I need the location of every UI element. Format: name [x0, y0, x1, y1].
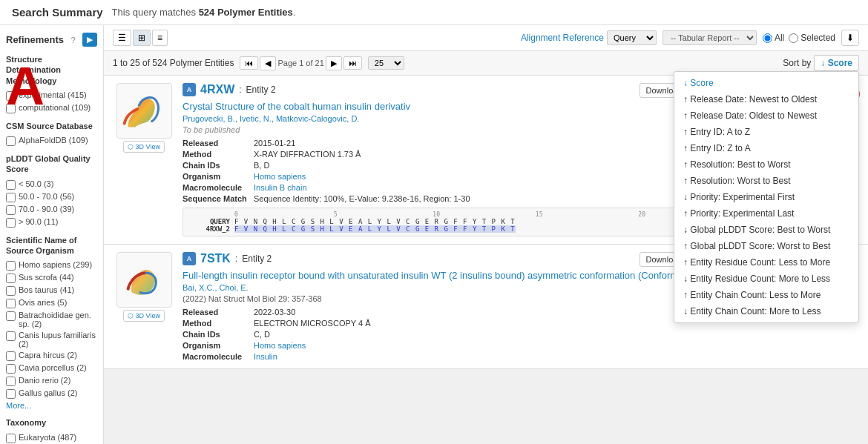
- filter-alphafolddb[interactable]: AlphaFoldDB (109): [6, 136, 97, 146]
- filter-danio-rerio-label: Danio rerio (2): [19, 376, 70, 385]
- sort-option-chain-more[interactable]: ↓ Entity Chain Count: More to Less: [674, 303, 858, 319]
- meta-macro-value-7STK[interactable]: Insulin: [254, 352, 277, 361]
- meta-seqmatch-value-4RXW: Sequence Identity: 100%, E-Value: 9.238e…: [254, 194, 470, 203]
- result-entity-sep-7STK: :: [235, 254, 237, 264]
- meta-macro-label-7STK: Macromolecule: [183, 352, 249, 361]
- view-grid-button[interactable]: ⊞: [133, 30, 151, 46]
- result-id-4RXW[interactable]: 4RXW: [200, 83, 234, 96]
- checkbox-lt50[interactable]: [6, 180, 16, 190]
- section-title-taxonomy: Taxonomy: [6, 417, 97, 428]
- radio-selected-label[interactable]: Selected: [789, 33, 835, 43]
- filter-homo-sapiens[interactable]: Homo sapiens (299): [6, 260, 97, 271]
- sort-option-residue-more[interactable]: ↓ Entity Residue Count: More to Less: [674, 271, 858, 287]
- filter-batrachoididae[interactable]: Batrachoididae gen. sp. (2): [6, 311, 97, 328]
- meta-organism-label: Organism: [183, 172, 249, 181]
- checkbox-50-70[interactable]: [6, 193, 16, 202]
- meta-organism-value-4RXW[interactable]: Homo sapiens: [254, 172, 306, 181]
- more-organisms-link[interactable]: More...: [6, 401, 97, 410]
- filter-plDDT-50-70[interactable]: 50.0 - 70.0 (56): [6, 192, 97, 202]
- checkbox-bos-taurus[interactable]: [6, 286, 16, 296]
- radio-all-input[interactable]: [763, 33, 772, 43]
- checkbox-cavia-porcellus[interactable]: [6, 364, 16, 374]
- checkbox-eukaryota[interactable]: [6, 434, 16, 443]
- view-3d-button-4RXW[interactable]: ⬡ 3D View: [123, 141, 165, 153]
- pag-last-button[interactable]: ⏭: [343, 56, 362, 70]
- radio-selected-input[interactable]: [789, 33, 798, 43]
- alignment-ref-select[interactable]: Query Subject: [607, 30, 657, 45]
- meta-method-value-7STK: ELECTRON MICROSCOPY 4 Å: [254, 319, 371, 328]
- sort-option-score[interactable]: ↓ Score: [674, 75, 858, 91]
- checkbox-ovis-aries[interactable]: [6, 299, 16, 308]
- view-list-button[interactable]: ☰: [113, 30, 131, 46]
- checkbox-capra-hircus[interactable]: [6, 351, 16, 361]
- checkbox-alphafolddb[interactable]: [6, 136, 16, 146]
- sort-option-chain-less[interactable]: ↑ Entity Chain Count: Less to More: [674, 287, 858, 303]
- refinements-help-icon[interactable]: ?: [70, 36, 75, 44]
- filter-cavia-porcellus[interactable]: Cavia porcellus (2): [6, 363, 97, 374]
- per-page-select[interactable]: 25 50 100: [368, 56, 404, 70]
- pagination-count: 1 to 25 of 524 Polymer Entities: [113, 58, 234, 68]
- sort-option-plDDT-best[interactable]: ↓ Global pLDDT Score: Best to Worst: [674, 222, 858, 238]
- filter-eukaryota[interactable]: Eukaryota (487): [6, 433, 97, 443]
- filter-plDDT-gt90[interactable]: > 90.0 (11): [6, 217, 97, 228]
- download-button[interactable]: ⬇: [841, 30, 859, 46]
- sort-option-entryid-az[interactable]: ↑ Entry ID: A to Z: [674, 124, 858, 140]
- checkbox-sus-scrofa[interactable]: [6, 274, 16, 283]
- filter-capra-hircus[interactable]: Capra hircus (2): [6, 351, 97, 361]
- sort-option-release-oldest[interactable]: ↑ Release Date: Oldest to Newest: [674, 107, 858, 124]
- filter-bos-taurus[interactable]: Bos taurus (41): [6, 285, 97, 296]
- checkbox-danio-rerio[interactable]: [6, 377, 16, 386]
- filter-ovis-aries[interactable]: Ovis aries (5): [6, 298, 97, 308]
- sort-option-plDDT-worst[interactable]: ↑ Global pLDDT Score: Worst to Best: [674, 238, 858, 254]
- section-title-csm: CSM Source Database: [6, 121, 97, 131]
- sort-option-priority-exp-last[interactable]: ↑ Priority: Experimental Last: [674, 205, 858, 222]
- sort-by-group: Sort by ↓ Score ↓ Score ↑ Release Date: …: [783, 55, 859, 71]
- entity-icon-4RXW: A: [183, 83, 196, 96]
- meta-macromolecule-4RXW: Macromolecule Insulin B chain: [183, 183, 470, 192]
- filter-plDDT-lt50[interactable]: < 50.0 (3): [6, 179, 97, 190]
- sort-option-priority-exp-first[interactable]: ↓ Priority: Experimental First: [674, 189, 858, 205]
- meta-macro-value-4RXW[interactable]: Insulin B chain: [254, 183, 307, 192]
- sort-button[interactable]: ↓ Score: [814, 55, 859, 71]
- pag-first-button[interactable]: ⏮: [240, 56, 258, 70]
- filter-canis-lupus-label: Canis lupus familiaris (2): [19, 331, 97, 348]
- sort-option-release-newest[interactable]: ↑ Release Date: Newest to Oldest: [674, 91, 858, 107]
- view-table-button[interactable]: ≡: [152, 30, 168, 46]
- checkbox-gallus-gallus[interactable]: [6, 389, 16, 399]
- meta-released-value-4RXW: 2015-01-21: [254, 139, 295, 148]
- filter-plDDT-70-90[interactable]: 70.0 - 90.0 (39): [6, 205, 97, 215]
- protein-structure-7STK: [116, 252, 172, 308]
- meta-chain-label-7STK: Chain IDs: [183, 330, 249, 339]
- tabular-report-select[interactable]: -- Tabular Report --: [662, 30, 757, 45]
- filter-alphafolddb-label: AlphaFoldDB (109): [19, 136, 88, 145]
- checkbox-canis-lupus[interactable]: [6, 331, 16, 341]
- protein-svg-4RXW: [117, 83, 171, 139]
- filter-eukaryota-label: Eukaryota (487): [19, 433, 76, 442]
- pag-prev-button[interactable]: ◀: [260, 56, 276, 70]
- result-id-7STK[interactable]: 7STK: [200, 252, 231, 265]
- entity-icon-7STK: A: [183, 252, 196, 265]
- sort-option-residue-less[interactable]: ↑ Entity Residue Count: Less to More: [674, 254, 858, 271]
- filter-danio-rerio[interactable]: Danio rerio (2): [6, 376, 97, 386]
- filter-canis-lupus[interactable]: Canis lupus familiaris (2): [6, 331, 97, 348]
- filter-sus-scrofa[interactable]: Sus scrofa (44): [6, 273, 97, 283]
- view-3d-button-7STK[interactable]: ⬡ 3D View: [123, 310, 165, 322]
- sort-option-entryid-za[interactable]: ↑ Entry ID: Z to A: [674, 140, 858, 156]
- checkbox-batrachoididae[interactable]: [6, 311, 16, 321]
- result-image-7STK: ⬡ 3D View: [114, 252, 174, 361]
- filter-capra-hircus-label: Capra hircus (2): [19, 351, 77, 359]
- meta-organism-value-7STK[interactable]: Homo sapiens: [254, 341, 306, 350]
- alignment-reference-group: Alignment Reference Query Subject: [521, 30, 657, 45]
- sort-option-resolution-best[interactable]: ↑ Resolution: Best to Worst: [674, 156, 858, 173]
- filter-gallus-gallus[interactable]: Gallus gallus (2): [6, 388, 97, 399]
- meta-method-label-7STK: Method: [183, 319, 249, 328]
- radio-all-label[interactable]: All: [763, 33, 784, 43]
- run-button[interactable]: ▶: [82, 33, 97, 47]
- sort-option-resolution-worst[interactable]: ↑ Resolution: Worst to Best: [674, 173, 858, 189]
- checkbox-gt90[interactable]: [6, 218, 16, 228]
- checkbox-homo-sapiens[interactable]: [6, 261, 16, 271]
- pag-next-button[interactable]: ▶: [326, 56, 342, 70]
- result-entity-4RXW: :: [239, 85, 241, 95]
- meta-released-label: Released: [183, 139, 249, 148]
- checkbox-70-90[interactable]: [6, 205, 16, 215]
